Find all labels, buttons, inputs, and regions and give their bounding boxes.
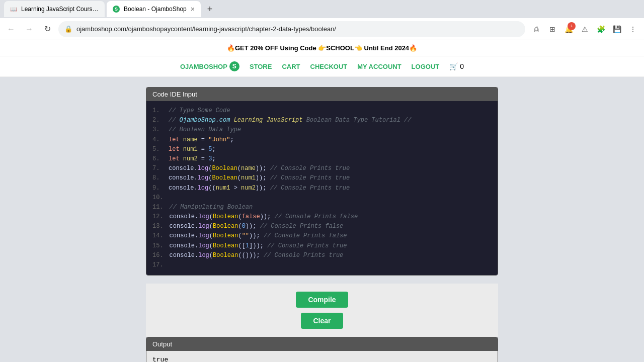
line-num-2: 2. bbox=[152, 116, 163, 125]
nav-right-buttons: ⎙ ⊞ 🔔1 ⚠ 🧩 💾 ⋮ bbox=[529, 22, 640, 36]
brand-name: OJAMBOSHOP bbox=[180, 63, 227, 70]
code-line-1: 1. // Type Some Code bbox=[152, 106, 492, 116]
output-header: Output bbox=[146, 337, 498, 351]
code-line-6: 6. let num2 = 3; bbox=[152, 154, 492, 164]
code-ide: Code IDE Input 1. // Type Some Code 2. /… bbox=[146, 87, 498, 276]
line-num-17: 17. bbox=[152, 260, 164, 270]
code-line-17: 17. bbox=[152, 260, 492, 270]
output-line-1: true bbox=[152, 356, 492, 362]
promo-bar: 🔥GET 20% OFF Using Code 👉SCHOOL👈 Until E… bbox=[0, 40, 644, 56]
forward-button[interactable]: → bbox=[22, 22, 36, 36]
address-text: ojamboshop.com/ojamboshopaycontent/learn… bbox=[76, 25, 519, 33]
brand-icon: S bbox=[229, 61, 239, 71]
tab-1-favicon: 📖 bbox=[10, 6, 17, 13]
code-line-11: 11. // Manipulating Boolean bbox=[152, 203, 492, 212]
code-line-3: 3. // Boolean Data Type bbox=[152, 125, 492, 135]
back-button[interactable]: ← bbox=[4, 22, 18, 36]
code-line-4: 4. let name = "John"; bbox=[152, 135, 492, 145]
tab-2-favicon: S bbox=[113, 6, 120, 13]
line-num-13: 13. bbox=[152, 222, 164, 231]
notification-icon[interactable]: 🔔1 bbox=[561, 22, 576, 36]
promo-text: 🔥GET 20% OFF Using Code 👉SCHOOL👈 Until E… bbox=[227, 44, 417, 52]
code-ide-header: Code IDE Input bbox=[146, 87, 498, 101]
cart-widget[interactable]: 🛒 0 bbox=[449, 62, 464, 70]
nav-bar: ← → ↻ 🔒 ojamboshop.com/ojamboshopayconte… bbox=[0, 18, 644, 40]
code-line-13: 13. console.log(Boolean(0)); // Console … bbox=[152, 222, 492, 231]
tab-1-title: Learning JavaScript Course - O... bbox=[21, 6, 99, 13]
code-line-8: 8. console.log(Boolean(num1)); // Consol… bbox=[152, 173, 492, 183]
line-num-10: 10. bbox=[152, 193, 164, 203]
brand-logo[interactable]: OJAMBOSHOP S bbox=[180, 61, 239, 71]
tab-bar: 📖 Learning JavaScript Course - O... S Bo… bbox=[0, 0, 644, 18]
code-line-5: 5. let num1 = 5; bbox=[152, 145, 492, 154]
line-num-1: 1. bbox=[152, 106, 163, 116]
rss-icon[interactable]: ⊞ bbox=[545, 22, 559, 36]
site-nav: OJAMBOSHOP S STORE CART CHECKOUT MY ACCO… bbox=[0, 56, 644, 77]
code-line-12: 12. console.log(Boolean(false)); // Cons… bbox=[152, 212, 492, 222]
main-content: Code IDE Input 1. // Type Some Code 2. /… bbox=[141, 87, 503, 362]
tab-1[interactable]: 📖 Learning JavaScript Course - O... bbox=[4, 1, 105, 17]
line-num-12: 12. bbox=[152, 212, 164, 222]
line-num-9: 9. bbox=[152, 184, 163, 193]
code-line-9: 9. console.log((num1 > num2)); // Consol… bbox=[152, 184, 492, 193]
nav-my-account[interactable]: MY ACCOUNT bbox=[357, 63, 401, 70]
code-line-14: 14. console.log(Boolean("")); // Console… bbox=[152, 231, 492, 241]
line-num-7: 7. bbox=[152, 164, 163, 173]
save-page-icon[interactable]: 💾 bbox=[610, 22, 624, 36]
secure-icon: 🔒 bbox=[64, 25, 72, 33]
refresh-button[interactable]: ↻ bbox=[40, 22, 54, 36]
share-icon[interactable]: ⎙ bbox=[529, 22, 543, 36]
nav-logout[interactable]: LOGOUT bbox=[412, 63, 440, 70]
cart-count: 0 bbox=[460, 62, 464, 70]
warning-icon[interactable]: ⚠ bbox=[578, 22, 592, 36]
code-line-15: 15. console.log(Boolean([1])); // Consol… bbox=[152, 241, 492, 251]
output-section: Output true true true true false false f… bbox=[146, 337, 498, 362]
compile-button[interactable]: Compile bbox=[296, 292, 348, 308]
buttons-area: Compile Clear bbox=[146, 284, 498, 337]
line-num-8: 8. bbox=[152, 173, 163, 183]
line-num-4: 4. bbox=[152, 135, 163, 145]
line-num-6: 6. bbox=[152, 154, 163, 164]
tab-2-title: Boolean - OjamboShop bbox=[124, 6, 187, 13]
code-line-7: 7. console.log(Boolean(name)); // Consol… bbox=[152, 164, 492, 173]
code-line-16: 16. console.log(Boolean(())); // Console… bbox=[152, 251, 492, 260]
line-num-15: 15. bbox=[152, 241, 164, 251]
output-content: true true true true false false false tr… bbox=[146, 351, 498, 362]
line-num-14: 14. bbox=[152, 231, 164, 241]
line-num-11: 11. bbox=[152, 203, 164, 212]
tab-2[interactable]: S Boolean - OjamboShop × bbox=[107, 1, 201, 17]
line-num-5: 5. bbox=[152, 145, 163, 154]
line-num-3: 3. bbox=[152, 125, 163, 135]
extensions-icon[interactable]: 🧩 bbox=[594, 22, 608, 36]
code-editor[interactable]: 1. // Type Some Code 2. // OjamboShop.co… bbox=[146, 101, 498, 275]
nav-store[interactable]: STORE bbox=[250, 63, 272, 70]
code-line-2: 2. // OjamboShop.com Learning JavaScript… bbox=[152, 116, 492, 125]
new-tab-button[interactable]: + bbox=[203, 2, 217, 16]
tab-2-close-icon[interactable]: × bbox=[191, 5, 195, 13]
code-line-10: 10. bbox=[152, 193, 492, 203]
settings-icon[interactable]: ⋮ bbox=[626, 22, 640, 36]
nav-cart[interactable]: CART bbox=[282, 63, 300, 70]
address-bar[interactable]: 🔒 ojamboshop.com/ojamboshopaycontent/lea… bbox=[58, 21, 525, 37]
clear-button[interactable]: Clear bbox=[301, 313, 343, 329]
line-num-16: 16. bbox=[152, 251, 164, 260]
cart-icon-symbol: 🛒 bbox=[449, 62, 458, 70]
nav-checkout[interactable]: CHECKOUT bbox=[310, 63, 348, 70]
